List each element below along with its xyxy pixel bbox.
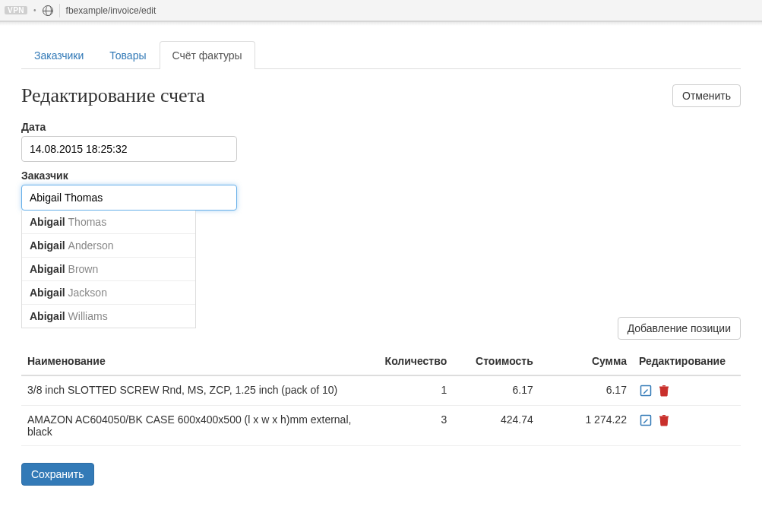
date-input[interactable] <box>21 136 237 162</box>
cancel-button[interactable]: Отменить <box>672 84 741 107</box>
chrome-dot: • <box>33 6 36 14</box>
edit-icon[interactable] <box>639 413 653 427</box>
cell-actions <box>633 406 741 446</box>
chrome-divider <box>59 4 60 17</box>
svg-rect-4 <box>659 416 669 418</box>
main-tabs: Заказчики Товары Счёт фактуры <box>21 41 741 69</box>
th-qty: Количество <box>367 347 454 375</box>
browser-url: fbexample/invoice/edit <box>66 5 157 16</box>
date-field-group: Дата <box>21 121 741 162</box>
cell-qty: 1 <box>367 375 454 406</box>
svg-rect-1 <box>659 387 669 388</box>
browser-chrome-bar: VPN • fbexample/invoice/edit <box>0 0 762 21</box>
customer-field-group: Заказчик Abigail Thomas Abigail Anderson… <box>21 169 741 211</box>
date-label: Дата <box>21 121 741 133</box>
tab-invoices[interactable]: Счёт фактуры <box>160 41 255 69</box>
globe-icon <box>43 5 53 16</box>
cell-name: AMAZON AC604050/BK CASE 600x400x500 (l x… <box>21 406 367 446</box>
table-row: AMAZON AC604050/BK CASE 600x400x500 (l x… <box>21 406 741 446</box>
th-sum: Сумма <box>539 347 633 375</box>
page-title: Редактирование счета <box>21 84 205 107</box>
customer-suggestion[interactable]: Abigail Williams <box>22 304 195 328</box>
cell-sum: 1 274.22 <box>539 406 633 446</box>
customer-suggestion[interactable]: Abigail Jackson <box>22 280 195 304</box>
vpn-badge: VPN <box>5 6 27 14</box>
svg-rect-5 <box>662 415 666 416</box>
customer-suggestion[interactable]: Abigail Brown <box>22 257 195 280</box>
tab-products[interactable]: Товары <box>96 41 159 69</box>
cell-sum: 6.17 <box>539 375 633 406</box>
edit-icon[interactable] <box>639 384 653 397</box>
customer-suggestion[interactable]: Abigail Thomas <box>22 211 195 233</box>
trash-icon[interactable] <box>657 413 671 427</box>
customer-label: Заказчик <box>21 169 741 182</box>
table-header-row: Наименование Количество Стоимость Сумма … <box>21 347 741 375</box>
th-name: Наименование <box>21 347 367 375</box>
line-items-table: Наименование Количество Стоимость Сумма … <box>21 347 741 446</box>
cell-actions <box>633 375 741 406</box>
table-row: 3/8 inch SLOTTED SCREW Rnd, MS, ZCP, 1.2… <box>21 375 741 406</box>
trash-icon[interactable] <box>657 384 671 397</box>
th-edit: Редактирование <box>633 347 741 375</box>
cell-price: 6.17 <box>453 375 539 406</box>
cell-name: 3/8 inch SLOTTED SCREW Rnd, MS, ZCP, 1.2… <box>21 375 367 406</box>
save-button[interactable]: Сохранить <box>21 463 94 486</box>
svg-rect-2 <box>662 385 666 387</box>
add-position-button[interactable]: Добавление позиции <box>618 317 741 340</box>
customer-input[interactable] <box>21 185 237 211</box>
customer-suggestion[interactable]: Abigail Anderson <box>22 233 195 257</box>
th-price: Стоимость <box>453 347 539 375</box>
cell-price: 424.74 <box>453 406 539 446</box>
cell-qty: 3 <box>367 406 454 446</box>
tab-customers[interactable]: Заказчики <box>21 41 96 69</box>
customer-dropdown: Abigail Thomas Abigail Anderson Abigail … <box>21 211 196 328</box>
